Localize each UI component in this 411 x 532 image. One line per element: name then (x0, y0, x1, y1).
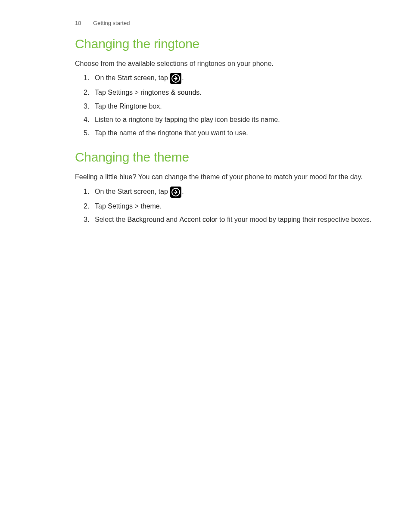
intro-ringtone: Choose from the available selections of … (75, 59, 377, 68)
step-text: Listen to a ringtone by tapping the play… (95, 116, 280, 123)
step-text: box. (147, 103, 162, 110)
step-text: On the Start screen, tap (95, 75, 170, 82)
page-number: 18 (75, 20, 81, 26)
heading-theme: Changing the theme (75, 150, 377, 165)
step-text: > (133, 202, 140, 210)
list-item: Tap Settings > theme. (84, 201, 377, 211)
bold-text: Ringtone (119, 103, 147, 110)
step-text: On the Start screen, tap (95, 188, 170, 195)
list-item: Tap Settings > ringtones & sounds. (84, 87, 377, 97)
list-item: On the Start screen, tap . (84, 187, 377, 198)
step-text: Tap the (95, 103, 119, 110)
step-text: Tap (95, 202, 108, 210)
step-text: Tap the name of the ringtone that you wa… (95, 129, 248, 137)
bold-text: Settings (108, 202, 133, 210)
step-text: . (182, 75, 184, 82)
bold-text: Settings (108, 89, 133, 96)
steps-theme: On the Start screen, tap . Tap Settings … (75, 187, 377, 224)
bold-text: Accent color (180, 216, 218, 223)
step-text: to fit your mood by tapping their respec… (218, 216, 372, 223)
step-text: > (133, 89, 140, 96)
step-text: . (160, 202, 162, 210)
arrow-circle-icon (170, 187, 181, 198)
intro-theme: Feeling a little blue? You can change th… (75, 172, 377, 182)
bold-text: theme (140, 202, 159, 210)
list-item: On the Start screen, tap . (84, 73, 377, 84)
heading-ringtone: Changing the ringtone (75, 37, 377, 51)
step-text: . (199, 89, 201, 96)
list-item: Tap the name of the ringtone that you wa… (84, 128, 377, 138)
list-item: Listen to a ringtone by tapping the play… (84, 115, 377, 124)
list-item: Tap the Ringtone box. (84, 101, 377, 111)
bold-text: Background (128, 216, 164, 223)
step-text: Select the (95, 216, 128, 223)
bold-text: ringtones & sounds (140, 89, 199, 96)
step-text: and (164, 216, 180, 223)
step-text: . (182, 188, 184, 195)
arrow-circle-icon (170, 73, 181, 84)
step-text: Tap (95, 89, 108, 96)
steps-ringtone: On the Start screen, tap . Tap Settings … (75, 73, 377, 138)
list-item: Select the Background and Accent color t… (84, 215, 377, 224)
page-header: 18 Getting started (75, 20, 377, 26)
section-name: Getting started (93, 20, 130, 26)
